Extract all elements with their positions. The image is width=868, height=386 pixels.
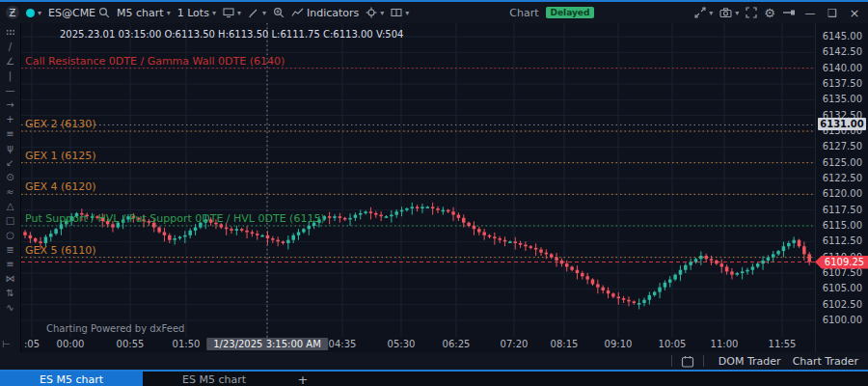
fullscreen-button[interactable] <box>746 7 757 18</box>
horizontal-line-icon[interactable]: — <box>1 83 20 97</box>
brush-icon[interactable]: ≈ <box>1 184 20 199</box>
arrow-down-left-icon[interactable]: ↙ <box>1 155 20 170</box>
collapse-panel-button[interactable]: ▾ <box>694 7 713 18</box>
layout-button[interactable]: ▾ <box>391 7 409 18</box>
elliott-wave-icon[interactable]: ⇅ <box>1 286 20 300</box>
dom-trader-button[interactable]: DOM Trader <box>713 355 787 368</box>
chart-trader-button[interactable]: Chart Trader <box>787 355 868 368</box>
snapshot-button[interactable]: ▾ <box>719 7 739 18</box>
crosshair-icon <box>366 7 377 18</box>
bottom-panel: DOM Trader Chart Trader <box>0 352 868 370</box>
layout-panels-icon <box>391 7 402 18</box>
ellipse-shape-icon[interactable]: ○ <box>1 228 20 242</box>
timeframe-button[interactable]: M5 chart ▾ <box>117 7 171 19</box>
tab-label: ES M5 chart <box>182 373 246 386</box>
collapse-arrows-icon <box>694 7 706 18</box>
candlestick-plot <box>21 23 815 338</box>
price-axis[interactable]: 6145.006142.506140.006137.506135.006132.… <box>815 23 868 352</box>
indicators-label: Indicators <box>307 7 359 19</box>
pitchfork-icon[interactable]: ψ <box>1 141 20 155</box>
price-tick: 6102.50 <box>823 299 862 310</box>
zoom-area-icon[interactable]: ⊙ <box>1 170 20 184</box>
chevron-down-icon: ▾ <box>212 9 216 17</box>
zoom-in-button[interactable] <box>273 7 285 18</box>
fib-extension-icon[interactable]: ≡ <box>1 257 20 271</box>
price-tick: 6120.00 <box>823 188 862 199</box>
window-close-button[interactable]: × <box>847 6 862 20</box>
calendar-button[interactable] <box>681 355 694 368</box>
symbol-search-button[interactable]: ES@CME <box>48 7 110 19</box>
time-tick: 08:15 <box>551 339 579 349</box>
indicators-button[interactable]: Indicators <box>291 7 359 19</box>
monitor-icon <box>223 7 234 18</box>
price-tick: 6122.50 <box>823 173 862 183</box>
time-axis[interactable]: :0500:0000:5501:5004:3505:3006:2507:2008… <box>21 338 815 352</box>
price-tick: 6107.50 <box>823 267 862 278</box>
titlebar: Ƶ ▾ ES@CME M5 chart ▾ 1 Lots ▾ ▾ <box>0 2 868 23</box>
chart-surface[interactable]: 2025.23.01 03:15:00 O:6113.50 H:6113.50 … <box>21 23 815 338</box>
tab-es-m5-chart-1[interactable]: ES M5 chart <box>0 372 143 386</box>
panel-title: Chart <box>509 7 538 19</box>
pin-button[interactable] <box>782 7 796 18</box>
price-tick: 6112.50 <box>823 235 862 246</box>
level-line-label: Put Support / HVL / Put Support 0DTE / H… <box>25 212 325 225</box>
divider <box>671 355 672 367</box>
fib-retracement-icon[interactable]: ≣ <box>1 242 20 257</box>
workspace-color-button[interactable]: ▾ <box>26 9 41 17</box>
settings-button[interactable]: ⚙ <box>764 6 775 20</box>
vertical-line-icon[interactable]: | <box>1 69 20 83</box>
price-tick: 6145.00 <box>823 31 862 41</box>
chevron-down-icon: ▾ <box>262 9 266 17</box>
add-tab-button[interactable]: + <box>285 372 320 386</box>
price-tick: 6142.50 <box>823 46 862 57</box>
lots-button[interactable]: 1 Lots ▾ <box>177 7 216 19</box>
app-logo[interactable]: Ƶ <box>6 6 19 19</box>
chevron-down-icon: ▾ <box>167 9 171 17</box>
chevron-down-icon: ▾ <box>709 9 713 17</box>
ohlc-readout: 2025.23.01 03:15:00 O:6113.50 H:6113.50 … <box>60 29 403 40</box>
time-tick: 00:55 <box>117 339 145 349</box>
divider <box>703 355 704 367</box>
zigzag-icon[interactable]: ∿ <box>1 300 20 315</box>
chart-type-button[interactable]: ▾ <box>223 7 241 18</box>
pencil-icon <box>248 7 259 18</box>
tab-es-m5-chart-2[interactable]: ES M5 chart <box>143 372 285 386</box>
crosshair-mode-button[interactable]: ▾ <box>366 7 384 18</box>
time-tick: 11:00 <box>711 339 739 349</box>
parallel-channel-icon[interactable]: ≡ <box>1 126 20 141</box>
rectangle-shape-icon[interactable]: □ <box>1 213 20 228</box>
fib-fan-icon[interactable]: ⋈ <box>1 271 20 286</box>
camera-icon <box>719 7 732 18</box>
arrow-tool-icon[interactable]: → <box>1 97 20 112</box>
price-tick: 6117.50 <box>823 205 862 215</box>
price-tick: 6125.00 <box>823 157 862 168</box>
delayed-badge: Delayed <box>546 7 595 18</box>
angle-tool-icon[interactable]: ∠ <box>1 54 20 69</box>
fullscreen-icon <box>746 7 757 18</box>
tab-label: ES M5 chart <box>40 373 103 386</box>
window-minimize-button[interactable]: — <box>802 7 818 19</box>
last-price-label: 6109.25 <box>815 256 868 269</box>
window-maximize-button[interactable]: ❑ <box>825 7 840 19</box>
drawing-toolbar: /∠|—→+≡ψ↙⊙≈△□○≣≡⋈⇅∿ <box>0 23 21 352</box>
trend-line-icon[interactable]: / <box>1 40 20 54</box>
pin-icon <box>782 7 796 18</box>
price-tick: 6127.50 <box>823 141 862 152</box>
lots-label: 1 Lots <box>177 7 209 19</box>
time-tick: :05 <box>24 339 40 349</box>
triangle-shape-icon[interactable]: △ <box>1 199 20 213</box>
chevron-down-icon: ▾ <box>380 9 384 17</box>
measure-icon[interactable]: ⊢ <box>2 339 11 349</box>
drawing-tools-button[interactable]: ▾ <box>248 7 266 18</box>
cross-tool-icon[interactable]: + <box>1 112 20 126</box>
crosshair-price-label: 6131.00 <box>818 118 866 130</box>
time-tick: 01:50 <box>173 339 201 349</box>
dxfeed-watermark: Charting Powered by dxFeed <box>46 323 184 334</box>
chevron-down-icon: ▾ <box>237 9 241 17</box>
workspace-color-dot <box>26 9 35 17</box>
drag-handle-icon[interactable] <box>1 25 20 40</box>
level-line-label: GEX 4 (6120) <box>25 180 96 193</box>
time-tick: 00:00 <box>57 339 85 349</box>
price-tick: 6105.00 <box>823 283 862 293</box>
crosshair-time-label: 1/23/2025 3:15:00 AM <box>206 338 328 350</box>
